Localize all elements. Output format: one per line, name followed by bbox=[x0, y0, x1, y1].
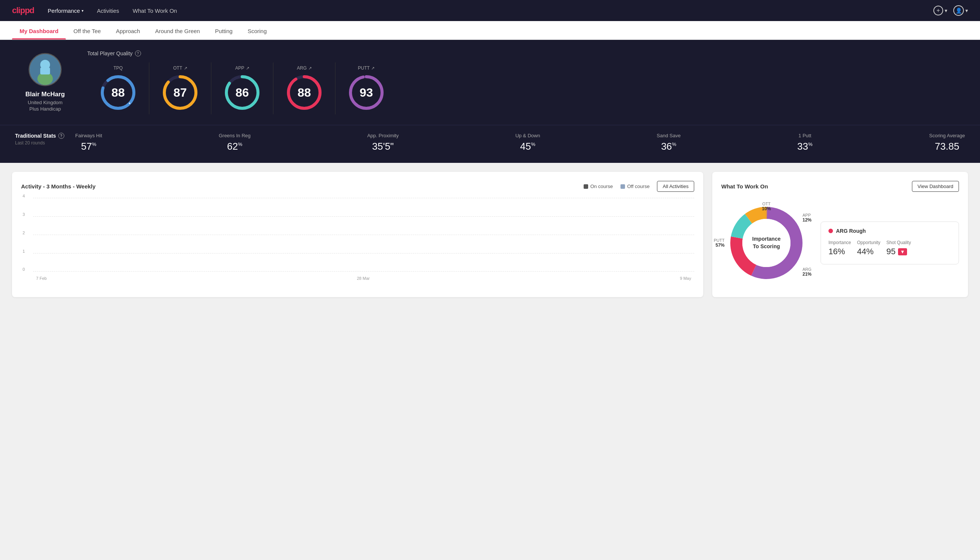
arg-trend-icon: ↗ bbox=[308, 66, 312, 71]
tab-around-the-green[interactable]: Around the Green bbox=[147, 21, 207, 40]
legend-on-course: On course bbox=[584, 183, 613, 189]
tab-my-dashboard[interactable]: My Dashboard bbox=[12, 21, 66, 40]
stats-label-section: Traditional Stats ? Last 20 rounds bbox=[15, 133, 75, 152]
nav-what-to-work-on[interactable]: What To Work On bbox=[131, 8, 179, 14]
what-to-work-on-card: What To Work On View Dashboard bbox=[712, 172, 968, 297]
stat-greens: Greens In Reg 62% bbox=[219, 133, 251, 152]
player-country: United Kingdom bbox=[28, 100, 63, 105]
all-activities-button[interactable]: All Activities bbox=[657, 181, 694, 192]
ott-ring: 87 bbox=[161, 74, 199, 111]
score-cards: TPQ 88 OTT ↗ bbox=[87, 62, 965, 114]
stats-row: Traditional Stats ? Last 20 rounds Fairw… bbox=[0, 125, 980, 163]
content-area: Activity - 3 Months - Weekly On course O… bbox=[0, 163, 980, 306]
svg-rect-3 bbox=[40, 67, 50, 75]
app-logo: clippd bbox=[12, 6, 34, 15]
on-course-legend-dot bbox=[584, 184, 588, 189]
arg-ring: 88 bbox=[285, 74, 323, 111]
avatar: 👤 bbox=[953, 5, 964, 16]
ott-trend-icon: ↗ bbox=[184, 66, 187, 71]
chart-card-header: Activity - 3 Months - Weekly On course O… bbox=[21, 181, 694, 192]
arg-donut-label: ARG 21% bbox=[802, 267, 812, 277]
stat-fairways: Fairways Hit 57% bbox=[75, 133, 102, 152]
player-info: Blair McHarg United Kingdom Plus Handica… bbox=[15, 53, 75, 112]
tab-off-the-tee[interactable]: Off the Tee bbox=[66, 21, 108, 40]
nav-activities[interactable]: Activities bbox=[95, 8, 121, 14]
score-card-putt: PUTT ↗ 93 bbox=[335, 62, 397, 114]
stats-help-icon[interactable]: ? bbox=[58, 133, 64, 139]
player-handicap: Plus Handicap bbox=[29, 106, 61, 112]
stat-scoring: Scoring Average 73.85 bbox=[929, 133, 965, 152]
arg-shot-quality: Shot Quality 95 ▼ bbox=[886, 240, 911, 257]
wtwo-title: What To Work On bbox=[721, 183, 768, 190]
arg-importance: Importance 16% bbox=[829, 240, 851, 257]
avatar bbox=[28, 53, 62, 86]
putt-card-label: PUTT ↗ bbox=[358, 65, 374, 71]
arg-opportunity: Opportunity 44% bbox=[857, 240, 880, 257]
ott-donut-label: OTT 10% bbox=[762, 202, 771, 212]
legend-off-course: Off course bbox=[621, 183, 650, 189]
chevron-down-icon: ▾ bbox=[82, 8, 83, 13]
player-name: Blair McHarg bbox=[26, 91, 65, 98]
score-card-ott: OTT ↗ 87 bbox=[149, 62, 211, 114]
app-ring: 86 bbox=[223, 74, 261, 111]
stat-proximity: App. Proximity 35'5" bbox=[367, 133, 399, 152]
nav-right-actions: + ▾ 👤 ▾ bbox=[933, 5, 968, 16]
ott-card-label: OTT ↗ bbox=[173, 65, 187, 71]
top-navigation: clippd Performance ▾ Activities What To … bbox=[0, 0, 980, 21]
nav-links: Performance ▾ Activities What To Work On bbox=[46, 8, 921, 14]
stat-sand: Sand Save 36% bbox=[657, 133, 681, 152]
x-label-may: 9 May bbox=[680, 276, 691, 280]
donut-center-text: ImportanceTo Scoring bbox=[752, 235, 780, 250]
tpq-card-label: TPQ bbox=[113, 65, 123, 71]
arg-rough-card: ARG Rough Importance 16% Opportunity 44%… bbox=[820, 222, 959, 264]
x-label-feb: 7 Feb bbox=[36, 276, 47, 280]
arg-card-title: ARG Rough bbox=[829, 228, 951, 234]
putt-ring: 93 bbox=[348, 74, 385, 111]
donut-chart: ImportanceTo Scoring OTT 10% APP 12% ARG… bbox=[721, 198, 812, 288]
hero-section: Blair McHarg United Kingdom Plus Handica… bbox=[0, 40, 980, 125]
trad-stats-label: Traditional Stats ? bbox=[15, 133, 75, 139]
chart-legend: On course Off course bbox=[584, 183, 650, 189]
view-dashboard-button[interactable]: View Dashboard bbox=[912, 181, 959, 192]
stat-up-down: Up & Down 45% bbox=[515, 133, 540, 152]
app-card-label: APP ↗ bbox=[235, 65, 249, 71]
plus-icon: + bbox=[933, 6, 943, 15]
arg-card-label: ARG ↗ bbox=[297, 65, 311, 71]
add-chevron-icon: ▾ bbox=[945, 8, 947, 13]
score-card-arg: ARG ↗ 88 bbox=[273, 62, 335, 114]
wtwo-card-header: What To Work On View Dashboard bbox=[721, 181, 959, 192]
tpq-section: Total Player Quality ? TPQ 88 bbox=[87, 50, 965, 114]
shot-quality-badge: ▼ bbox=[898, 248, 907, 255]
tab-bar: My Dashboard Off the Tee Approach Around… bbox=[0, 21, 980, 40]
off-course-legend-dot bbox=[621, 184, 625, 189]
tab-approach[interactable]: Approach bbox=[108, 21, 147, 40]
putt-trend-icon: ↗ bbox=[371, 66, 374, 71]
nav-performance[interactable]: Performance ▾ bbox=[46, 8, 85, 14]
wtwo-content: ImportanceTo Scoring OTT 10% APP 12% ARG… bbox=[721, 198, 959, 288]
score-card-app: APP ↗ 86 bbox=[211, 62, 273, 114]
user-chevron-icon: ▾ bbox=[965, 8, 968, 13]
activity-chart-card: Activity - 3 Months - Weekly On course O… bbox=[12, 172, 703, 297]
bars-container bbox=[33, 198, 694, 272]
chart-area: 4 3 2 1 0 7 Feb 28 Mar 9 May bbox=[21, 198, 694, 280]
score-card-tpq: TPQ 88 bbox=[87, 62, 149, 114]
tab-scoring[interactable]: Scoring bbox=[240, 21, 274, 40]
putt-donut-label: PUTT 57% bbox=[714, 238, 725, 248]
arg-metrics: Importance 16% Opportunity 44% Shot Qual… bbox=[829, 240, 951, 257]
trad-stats-sublabel: Last 20 rounds bbox=[15, 140, 75, 145]
arg-dot-icon bbox=[829, 229, 833, 233]
tpq-ring: 88 bbox=[99, 74, 137, 111]
add-button[interactable]: + ▾ bbox=[933, 6, 947, 15]
stats-values: Fairways Hit 57% Greens In Reg 62% App. … bbox=[75, 133, 965, 152]
help-icon[interactable]: ? bbox=[135, 50, 141, 57]
x-label-mar: 28 Mar bbox=[357, 276, 369, 280]
user-menu-button[interactable]: 👤 ▾ bbox=[953, 5, 968, 16]
tab-putting[interactable]: Putting bbox=[208, 21, 240, 40]
app-trend-icon: ↗ bbox=[246, 66, 249, 71]
tpq-label: Total Player Quality ? bbox=[87, 50, 965, 57]
stat-1putt: 1 Putt 33% bbox=[797, 133, 812, 152]
x-labels: 7 Feb 28 Mar 9 May bbox=[33, 276, 694, 280]
chart-title: Activity - 3 Months - Weekly bbox=[21, 183, 95, 190]
app-donut-label: APP 12% bbox=[802, 213, 812, 223]
